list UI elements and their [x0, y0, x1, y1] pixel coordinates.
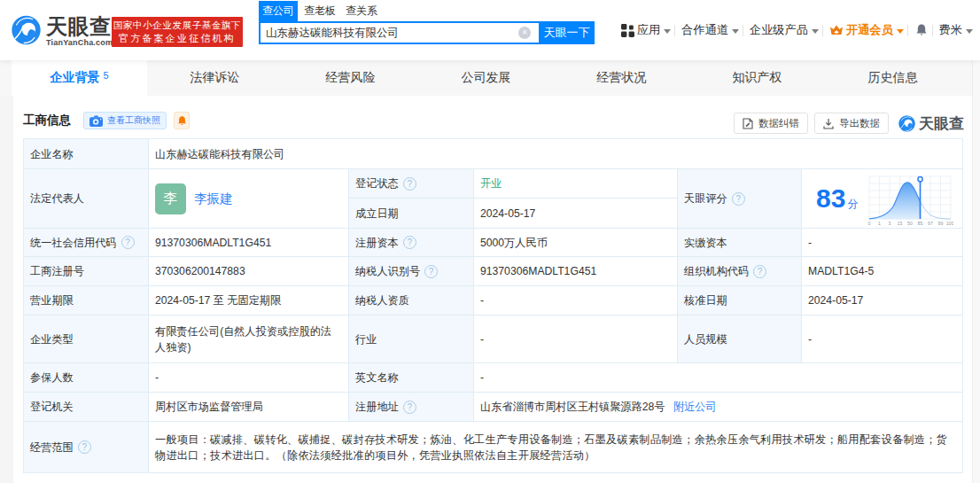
- label-with-help: 统一社会信用代码?: [30, 235, 142, 251]
- help-icon[interactable]: ?: [403, 401, 416, 414]
- field-label-text: 营业期限: [30, 294, 74, 307]
- field-label: 注册资本?: [349, 229, 474, 257]
- svg-text:3: 3: [889, 221, 891, 226]
- help-icon[interactable]: ?: [732, 192, 745, 206]
- search-button[interactable]: 天眼一下: [539, 21, 595, 44]
- field-value: -: [480, 371, 484, 384]
- chart-axis-labels: 013 155085 9799100: [868, 221, 953, 226]
- snapshot-button[interactable]: 查看工商快照: [83, 112, 167, 129]
- menu-vip[interactable]: 开通会员: [829, 22, 904, 38]
- brand-name: 天眼查: [46, 15, 113, 37]
- search-input[interactable]: [266, 27, 533, 39]
- site-header: 天眼查 TianYanCha.com 国家中小企业发展子基金旗下 官方备案企业征…: [0, 0, 980, 60]
- field-value: 2024-05-17 至 无固定期限: [155, 294, 281, 307]
- field-value: -: [808, 237, 812, 249]
- menu-cooperation[interactable]: 合作通道: [681, 22, 739, 38]
- section-title: 工商信息: [23, 113, 71, 129]
- help-icon[interactable]: ?: [78, 440, 91, 454]
- document-edit-icon: [743, 118, 753, 129]
- reg-status-value: 开业: [474, 169, 678, 199]
- help-icon[interactable]: ?: [403, 177, 416, 191]
- company-type-value: 有限责任公司(自然人投资或控股的法人独资): [149, 316, 349, 363]
- monitor-bell-button[interactable]: [174, 112, 190, 129]
- chevron-down-icon: [664, 29, 671, 34]
- field-value: 2024-05-17: [480, 207, 535, 220]
- data-correction-button[interactable]: 数据纠错: [734, 113, 808, 134]
- search-tab-relation[interactable]: 查关系: [342, 1, 381, 21]
- label-with-help: 登记状态?: [355, 175, 467, 191]
- field-label: 核准日期: [678, 286, 802, 316]
- field-label: 工商注册号: [24, 257, 149, 286]
- taxpayer-id-value: 91370306MADLT1G451: [474, 257, 678, 286]
- table-row: 统一社会信用代码? 91370306MADLT1G451 注册资本? 5000万…: [24, 229, 963, 257]
- tianyancha-logo-icon: [898, 115, 915, 132]
- menu-enterprise[interactable]: 企业级产品: [750, 22, 819, 38]
- help-icon[interactable]: ?: [424, 265, 438, 278]
- field-label: 成立日期: [349, 199, 474, 229]
- legal-rep-avatar[interactable]: 李: [155, 183, 186, 214]
- tianyancha-logo[interactable]: 天眼查 TianYanCha.com: [12, 15, 113, 47]
- field-value: 山东赫达碳能科技有限公司: [155, 148, 284, 160]
- tab-company-development[interactable]: 公司发展: [418, 60, 554, 96]
- nearby-companies-link[interactable]: 附近公司: [673, 401, 717, 413]
- official-badge: 国家中小企业发展子基金旗下 官方备案企业征信机构: [112, 17, 243, 47]
- tab-operation-status[interactable]: 经营状况: [554, 60, 689, 96]
- score-value[interactable]: 83分: [816, 184, 858, 218]
- field-label: 登记机关: [24, 393, 149, 422]
- tab-operation-risk[interactable]: 经营风险: [283, 60, 418, 96]
- clear-search-icon[interactable]: ✕: [518, 27, 531, 39]
- paid-capital-value: -: [802, 229, 963, 257]
- field-label: 天眼评分?: [678, 169, 802, 229]
- scrollbar-track[interactable]: [972, 60, 980, 483]
- export-data-button[interactable]: 导出数据: [814, 113, 889, 134]
- search-bar: ✕ 天眼一下: [259, 21, 595, 44]
- tab-label: 历史信息: [868, 70, 918, 86]
- table-row: 法定代表人 李 李振建 登记状态? 开业 天眼评分? 83分: [24, 169, 963, 199]
- tab-legal-proceedings[interactable]: 法律诉讼: [147, 60, 283, 96]
- tab-intellectual-property[interactable]: 知识产权: [689, 60, 825, 96]
- field-label-text: 参保人数: [30, 371, 74, 384]
- search-tab-boss[interactable]: 查老板: [300, 1, 339, 21]
- tab-label: 知识产权: [733, 70, 782, 86]
- chevron-down-icon: [812, 29, 819, 34]
- score-number: 83: [816, 183, 845, 213]
- tab-history-info[interactable]: 历史信息: [825, 60, 961, 96]
- chevron-down-icon: [966, 29, 973, 34]
- document-edit-icon-svg: [743, 118, 753, 129]
- score-distribution-chart[interactable]: 013 155085 9799100: [867, 175, 953, 226]
- field-label: 企业类型: [24, 316, 149, 363]
- industry-value: -: [474, 316, 678, 363]
- chevron-down-icon: [732, 29, 739, 34]
- menu-label: 费米: [939, 22, 962, 38]
- search-module: 查公司 查老板 查关系 ✕ 天眼一下: [259, 2, 595, 44]
- field-value: 一般项目：碳减排、碳转化、碳捕捉、碳封存技术研发；炼油、化工生产专用设备制造；石…: [155, 432, 958, 464]
- company-name-value: 山东赫达碳能科技有限公司: [149, 139, 963, 169]
- tab-company-background[interactable]: 企业背景 5: [12, 60, 147, 96]
- help-icon[interactable]: ?: [753, 265, 766, 278]
- field-label: 营业期限: [24, 286, 149, 316]
- table-row: 企业类型 有限责任公司(自然人投资或控股的法人独资) 行业 - 人员规模 -: [24, 316, 963, 363]
- business-info-card: 工商信息 查看工商快照: [13, 96, 972, 483]
- bell-icon: [914, 23, 929, 37]
- field-value: -: [808, 333, 812, 346]
- legal-rep-link[interactable]: 李振建: [194, 191, 233, 206]
- field-value: 5000万人民币: [480, 237, 548, 249]
- logo-text: 天眼查 TianYanCha.com: [46, 15, 113, 47]
- section-header: 工商信息 查看工商快照: [13, 96, 972, 138]
- camera-icon-svg: [89, 115, 103, 127]
- table-row: 经营范围? 一般项目：碳减排、碳转化、碳捕捉、碳封存技术研发；炼油、化工生产专用…: [24, 422, 963, 473]
- table-row: 工商注册号 370306200147883 纳税人识别号? 91370306MA…: [24, 257, 963, 286]
- notifications[interactable]: [914, 23, 929, 37]
- help-icon[interactable]: ?: [403, 236, 416, 249]
- field-value: 周村区市场监督管理局: [155, 401, 263, 413]
- svg-text:15: 15: [898, 221, 903, 226]
- crown-icon-svg: [829, 24, 844, 36]
- table-row: 营业期限 2024-05-17 至 无固定期限 纳税人资质 - 核准日期 202…: [24, 286, 963, 316]
- search-tab-company[interactable]: 查公司: [259, 1, 298, 21]
- org-code-value: MADLT1G4-5: [802, 257, 963, 286]
- help-icon[interactable]: ?: [121, 236, 135, 249]
- legal-rep-info: 李 李振建: [155, 183, 342, 214]
- menu-apps[interactable]: 应用: [621, 22, 671, 38]
- label-with-help: 注册资本?: [355, 235, 467, 251]
- menu-user[interactable]: 费米: [939, 22, 973, 38]
